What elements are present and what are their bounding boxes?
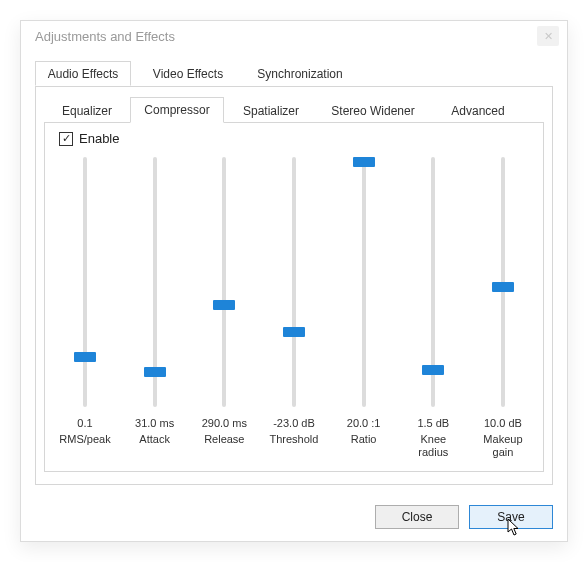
audio-subtabs: Equalizer Compressor Spatializer Stereo … <box>44 97 544 123</box>
slider-release-label: Release <box>204 433 244 446</box>
enable-row: ✓ Enable <box>59 131 533 146</box>
compressor-panel: ✓ Enable 0.1 RMS/peak <box>44 123 544 472</box>
tab-synchronization[interactable]: Synchronization <box>245 61 355 86</box>
slider-knee: 1.5 dB Knee radius <box>403 157 463 461</box>
window-title: Adjustments and Effects <box>35 29 175 44</box>
slider-threshold-value: -23.0 dB <box>273 417 315 429</box>
slider-attack-track[interactable] <box>125 157 185 407</box>
slider-ratio-track[interactable] <box>334 157 394 407</box>
slider-makeup: 10.0 dB Makeup gain <box>473 157 533 461</box>
slider-makeup-label: Makeup gain <box>483 433 522 459</box>
slider-attack-thumb[interactable] <box>144 367 166 377</box>
slider-knee-thumb[interactable] <box>422 365 444 375</box>
slider-attack-label: Attack <box>139 433 170 446</box>
slider-makeup-track[interactable] <box>473 157 533 407</box>
dialog-window: Adjustments and Effects ✕ Audio Effects … <box>20 20 568 542</box>
subtab-compressor[interactable]: Compressor <box>130 97 224 123</box>
slider-ratio: 20.0 :1 Ratio <box>334 157 394 461</box>
close-icon[interactable]: ✕ <box>537 26 559 46</box>
subtab-stereo-widener[interactable]: Stereo Widener <box>318 99 428 122</box>
tab-video-effects[interactable]: Video Effects <box>143 61 233 86</box>
subtab-equalizer[interactable]: Equalizer <box>48 99 126 122</box>
slider-rmspeak-label: RMS/peak <box>59 433 110 446</box>
slider-attack-value: 31.0 ms <box>135 417 174 429</box>
tab-audio-effects[interactable]: Audio Effects <box>35 61 131 86</box>
slider-knee-value: 1.5 dB <box>417 417 449 429</box>
close-button[interactable]: Close <box>375 505 459 529</box>
slider-release-track[interactable] <box>194 157 254 407</box>
sliders-area: 0.1 RMS/peak 31.0 ms Attack <box>55 157 533 461</box>
slider-rmspeak-track[interactable] <box>55 157 115 407</box>
slider-makeup-value: 10.0 dB <box>484 417 522 429</box>
slider-makeup-thumb[interactable] <box>492 282 514 292</box>
slider-rmspeak: 0.1 RMS/peak <box>55 157 115 461</box>
slider-threshold: -23.0 dB Threshold <box>264 157 324 461</box>
main-tabstrip: Audio Effects Video Effects Synchronizat… <box>35 61 553 87</box>
slider-ratio-thumb[interactable] <box>353 157 375 167</box>
slider-release-thumb[interactable] <box>213 300 235 310</box>
slider-ratio-label: Ratio <box>351 433 377 446</box>
slider-threshold-thumb[interactable] <box>283 327 305 337</box>
slider-knee-label: Knee radius <box>418 433 448 459</box>
slider-threshold-track[interactable] <box>264 157 324 407</box>
slider-release: 290.0 ms Release <box>194 157 254 461</box>
tab-content: Equalizer Compressor Spatializer Stereo … <box>35 87 553 485</box>
slider-release-value: 290.0 ms <box>202 417 247 429</box>
titlebar: Adjustments and Effects ✕ <box>21 21 567 51</box>
subtab-advanced[interactable]: Advanced <box>432 99 524 122</box>
enable-label: Enable <box>79 131 119 146</box>
slider-rmspeak-value: 0.1 <box>77 417 92 429</box>
subtab-spatializer[interactable]: Spatializer <box>228 99 314 122</box>
slider-knee-track[interactable] <box>403 157 463 407</box>
footer-buttons: Close Save <box>375 505 553 529</box>
slider-rmspeak-thumb[interactable] <box>74 352 96 362</box>
slider-threshold-label: Threshold <box>270 433 319 446</box>
slider-ratio-value: 20.0 :1 <box>347 417 381 429</box>
slider-attack: 31.0 ms Attack <box>125 157 185 461</box>
enable-checkbox[interactable]: ✓ <box>59 132 73 146</box>
save-button[interactable]: Save <box>469 505 553 529</box>
